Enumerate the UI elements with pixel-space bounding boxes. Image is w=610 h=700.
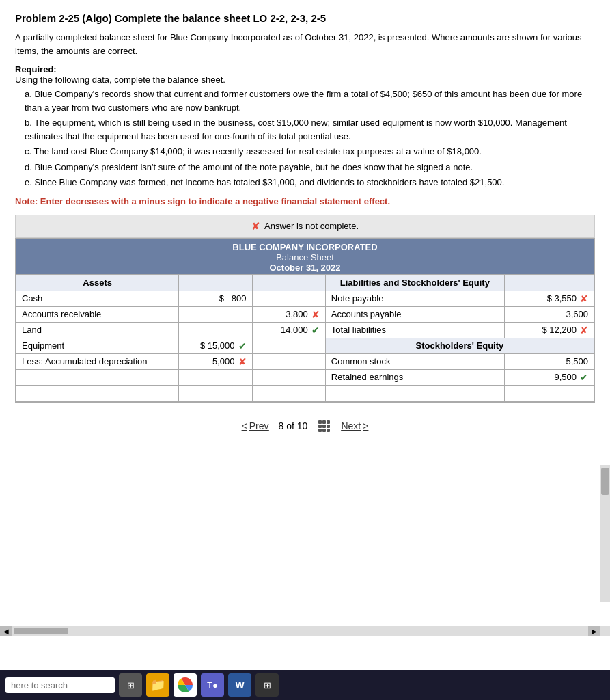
liab-label-total: Total liabilities [325, 322, 504, 338]
grid-menu-icon[interactable] [318, 420, 330, 432]
balance-sheet-wrapper: BLUE COMPANY INCORPORATED Balance Sheet … [15, 238, 595, 403]
next-label: Next [341, 420, 361, 431]
liab-amount-empty [504, 385, 594, 401]
liab-amount-note: $ 3,550 ✘ [504, 291, 594, 306]
liab-amount-header [504, 274, 594, 291]
asset-label-ar: Accounts receivable [16, 306, 179, 322]
ar-wrong-icon: ✘ [311, 309, 320, 320]
sheet-title: Balance Sheet [18, 252, 592, 262]
asset-amount2-accum-dep [252, 353, 325, 369]
horizontal-scrollbar[interactable] [0, 626, 610, 636]
assets-col-header: Assets [16, 274, 179, 291]
equip-correct-icon: ✔ [238, 340, 247, 351]
answer-status-icon: ✘ [251, 220, 260, 232]
balance-sheet-header: BLUE COMPANY INCORPORATED Balance Sheet … [16, 239, 594, 274]
intro-text: A partially completed balance sheet for … [15, 31, 595, 57]
assets-amount1-header [179, 274, 252, 291]
required-section: Required: Using the following data, comp… [15, 64, 595, 189]
page-of: of 10 [286, 420, 307, 431]
retained-earnings-correct-icon: ✔ [580, 372, 588, 383]
stockholders-equity-subheader: Stockholders' Equity [325, 338, 594, 353]
page-container: Problem 2-25 (Algo) Complete the balance… [0, 0, 610, 670]
taskbar: ⊞ 📁 T● W ⊞ [0, 670, 610, 700]
asset-amount2-cash [252, 291, 325, 306]
total-liab-value: $ 12,200 [542, 325, 577, 335]
asset-amount1-cash: $ 800 [179, 291, 252, 306]
note-payable-value: $ 3,550 [547, 293, 577, 304]
list-item-b: b. The equipment, which is still being u… [15, 116, 595, 143]
asset-amount1-empty2 [179, 385, 252, 401]
taskbar-apps-icon[interactable]: ⊞ [255, 673, 279, 697]
liab-label-empty [325, 385, 504, 401]
answer-status-text: Answer is not complete. [264, 221, 359, 231]
note-text: Note: Enter decreases with a minus sign … [15, 196, 595, 206]
answer-status-bar: ✘ Answer is not complete. [15, 215, 595, 238]
table-row: Cash $ 800 Note payable $ 3,550 ✘ [16, 291, 594, 306]
asset-amount1-land [179, 322, 252, 338]
table-row: Retained earnings 9,500 ✔ [16, 369, 594, 385]
land-correct-icon: ✔ [311, 325, 320, 336]
asset-amount2-empty2 [252, 385, 325, 401]
asset-label-equip: Equipment [16, 338, 179, 353]
asset-label-empty1 [16, 369, 179, 385]
next-button[interactable]: Next > [341, 420, 368, 431]
asset-label-accum-dep: Less: Accumulated depreciation [16, 353, 179, 369]
liab-amount-total: $ 12,200 ✘ [504, 322, 594, 338]
list-item-c: c. The land cost Blue Company $14,000; i… [15, 145, 595, 159]
scroll-thumb-vertical[interactable] [601, 468, 609, 495]
liab-amount-ap: 3,600 [504, 306, 594, 322]
asset-amount1-empty1 [179, 369, 252, 385]
vertical-scrollbar[interactable] [600, 465, 610, 602]
asset-label-empty2 [16, 385, 179, 401]
list-item-d: d. Blue Company's president isn't sure o… [15, 161, 595, 174]
table-row: Accounts receivable 3,800 ✘ Accounts pay… [16, 306, 594, 322]
accum-dep-value: 5,000 [212, 356, 235, 366]
pagination-info: 8 of 10 [279, 420, 308, 431]
asset-amount2-ar: 3,800 ✘ [252, 306, 325, 322]
asset-label-land: Land [16, 322, 179, 338]
table-row [16, 385, 594, 401]
table-row: Land 14,000 ✔ Total liabilities $ 12,200… [16, 322, 594, 338]
table-row: Equipment $ 15,000 ✔ Stockholders' Equit… [16, 338, 594, 353]
pagination-bar: < Prev 8 of 10 Next > [15, 409, 595, 438]
taskbar-search-input[interactable] [5, 677, 115, 693]
asset-amount2-equip [252, 338, 325, 353]
list-item-e: e. Since Blue Company was formed, net in… [15, 176, 595, 189]
asset-label-cash: Cash [16, 291, 179, 306]
asset-amount2-land: 14,000 ✔ [252, 322, 325, 338]
land-value: 14,000 [281, 325, 308, 335]
ar-value: 3,800 [286, 309, 308, 319]
table-row: Less: Accumulated depreciation 5,000 ✘ C… [16, 353, 594, 369]
liab-label-common: Common stock [325, 353, 504, 369]
taskbar-chrome-icon[interactable] [174, 673, 197, 697]
liab-col-header: Liabilities and Stockholders' Equity [325, 274, 504, 291]
taskbar-teams-icon[interactable]: T● [201, 673, 224, 697]
required-label: Required: [15, 64, 595, 75]
scroll-left-arrow[interactable]: ◀ [0, 626, 12, 636]
liab-amount-retained: 9,500 ✔ [504, 369, 594, 385]
liab-label-ap: Accounts payable [325, 306, 504, 322]
required-instruction: Using the following data, complete the b… [15, 75, 595, 85]
page-number: 8 [279, 420, 284, 431]
taskbar-windows-icon[interactable]: ⊞ [119, 673, 142, 697]
prev-label: Prev [249, 420, 269, 431]
taskbar-file-icon[interactable]: 📁 [146, 673, 169, 697]
prev-button[interactable]: < Prev [242, 420, 269, 431]
asset-amount1-ar [179, 306, 252, 322]
retained-earnings-value: 9,500 [554, 372, 577, 382]
list-item-a: a. Blue Company's records show that curr… [15, 88, 595, 114]
liab-label-note: Note payable [325, 291, 504, 306]
sheet-date: October 31, 2022 [18, 262, 592, 273]
assets-amount2-header [252, 274, 325, 291]
asset-amount1-equip: $ 15,000 ✔ [179, 338, 252, 353]
accum-dep-wrong-icon: ✘ [238, 356, 247, 367]
asset-amount1-accum-dep: 5,000 ✘ [179, 353, 252, 369]
asset-amount2-empty1 [252, 369, 325, 385]
scroll-right-arrow[interactable]: ▶ [588, 626, 600, 636]
scroll-thumb[interactable] [14, 628, 68, 634]
taskbar-word-icon[interactable]: W [228, 673, 251, 697]
total-liab-wrong-icon: ✘ [580, 325, 588, 336]
grid-icon[interactable] [318, 420, 330, 432]
equip-value: $ 15,000 [200, 340, 235, 351]
liab-amount-common: 5,500 [504, 353, 594, 369]
